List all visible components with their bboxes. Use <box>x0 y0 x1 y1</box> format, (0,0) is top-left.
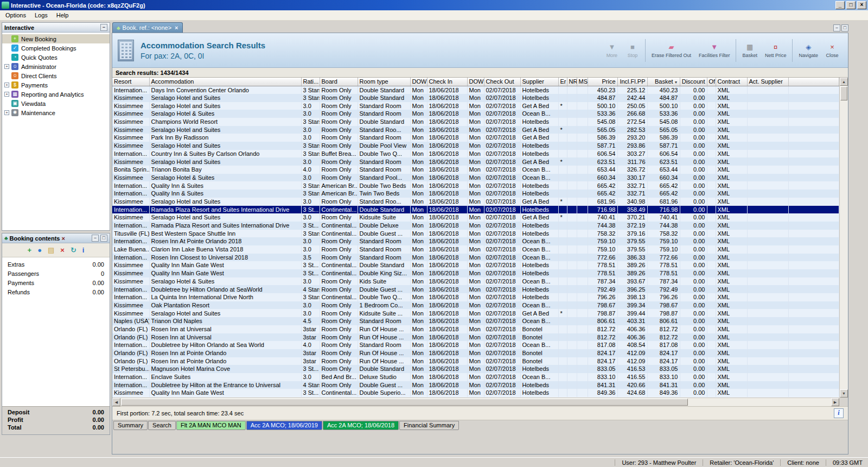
delete-icon[interactable]: × <box>60 246 65 255</box>
column-header-room-type[interactable]: Room type <box>358 78 410 86</box>
menu-item-help[interactable]: Help <box>52 11 73 20</box>
horizontal-scrollbar[interactable]: ◀ ▶ <box>112 397 839 406</box>
table-row[interactable]: KissimmeeSeralago Hotel and Suites3 Star… <box>112 142 839 150</box>
table-row[interactable]: KissimmeeSeralago Hotel & Suites3.0Room … <box>112 110 839 118</box>
booking-row-refunds[interactable]: Refunds0.00 <box>2 287 110 296</box>
table-row[interactable]: Internation...Days Inn Convention Center… <box>112 86 839 94</box>
table-row[interactable]: Orlando (FL)Rosen Inn at Pointe Orlando3… <box>112 349 839 357</box>
menu-item-options[interactable]: Options <box>1 11 30 20</box>
scroll-down-icon[interactable]: ▼ <box>840 389 848 397</box>
sidebar-item-viewdata[interactable]: ▣Viewdata <box>2 99 110 108</box>
table-row[interactable]: Orlando (FL)Rosen Inn at Universal3starR… <box>112 333 839 342</box>
refresh-icon[interactable]: ↻ <box>71 246 76 255</box>
table-row[interactable]: KissimmeeSeralago Hotel and Suites3 Star… <box>112 94 839 102</box>
sidebar-item-administrator[interactable]: +☺Administrator <box>2 62 110 71</box>
booking-row-payments[interactable]: Payments0.00 <box>2 278 110 287</box>
table-row[interactable]: KissimmeeSeralago Hotel & Suites3.0Room … <box>112 277 839 286</box>
sidebar-item-direct-clients[interactable]: ☺Direct Clients <box>2 71 110 80</box>
table-row[interactable]: Orlando (FL)Rosen Inn at Pointe Orlando3… <box>112 357 839 365</box>
column-header-contract[interactable]: Contract <box>716 78 747 86</box>
sidebar-item-new-booking[interactable]: +New Booking <box>2 34 110 43</box>
column-header-dow[interactable]: DOW <box>410 78 427 86</box>
sidebar-item-reporting-and-analytics[interactable]: +▦Reporting and Analytics <box>2 90 110 99</box>
table-row[interactable]: Internation...Enclave Suites3.0Bed And B… <box>112 373 839 381</box>
booking-contents-maximize-button[interactable]: □ <box>100 235 107 242</box>
column-header-er[interactable]: Er <box>558 78 567 86</box>
scroll-left-icon[interactable]: ◀ <box>112 398 120 406</box>
table-row[interactable]: St Petersbu...Magnuson Hotel Marina Cove… <box>112 365 839 373</box>
table-row[interactable]: KissimmeeOak Plantation Resort3.0Room On… <box>112 301 839 310</box>
table-row[interactable]: Internation...Quality Inn & Suites3 Star… <box>112 190 839 198</box>
bottom-tab-flt-2a-man-mco-man[interactable]: Flt 2A MAN MCO MAN <box>176 421 246 430</box>
table-row[interactable]: KissimmeePark Inn By Radisson3.0Room Onl… <box>112 134 839 142</box>
table-row[interactable]: KissimmeeSeralago Hotel & Suites3.0Room … <box>112 174 839 182</box>
table-row[interactable]: Bonita Sprin...Trianon Bonita Bay4.0Room… <box>112 166 839 174</box>
table-row[interactable]: KissimmeeQuality Inn Main Gate West3 St.… <box>112 261 839 269</box>
table-row[interactable]: KissimmeeSeralago Hotel and Suites3.0Roo… <box>112 198 839 206</box>
voucher-icon[interactable]: ▤ <box>48 246 54 255</box>
bottom-tab-acc-2a-mco-18-06-2018[interactable]: Acc 2A MCO; 18/06/2018 <box>323 421 399 430</box>
erase-filtered-out-button[interactable]: ▰Erase Filtered Out <box>648 41 695 60</box>
table-row[interactable]: Lake Buena...Clarion Inn Lake Buena Vist… <box>112 245 839 254</box>
sidebar-item-maintenance[interactable]: +✺Maintenance <box>2 108 110 117</box>
column-header-discount[interactable]: Discount <box>680 78 707 86</box>
horizontal-scroll-thumb[interactable] <box>121 399 688 406</box>
add-icon[interactable]: + <box>28 246 32 255</box>
column-header-board[interactable]: Board <box>320 78 358 86</box>
globe-icon[interactable]: ● <box>37 246 42 255</box>
table-row[interactable]: Titusville (FL)Best Western Space Shuttl… <box>112 230 839 238</box>
menu-item-logs[interactable]: Logs <box>30 11 52 20</box>
column-header-act-supplier[interactable]: Act. Supplier <box>747 78 788 86</box>
scroll-right-icon[interactable]: ▶ <box>831 398 839 406</box>
bottom-tab-summary[interactable]: Summary <box>113 421 148 430</box>
table-row[interactable]: KissimmeeSeralago Hotel and Suites3.0Roo… <box>112 102 839 110</box>
table-row[interactable]: Internation...Doubletree by Hilton Orlan… <box>112 285 839 293</box>
column-header-incl-fl-pp[interactable]: Incl.Fl.PP <box>617 78 647 86</box>
column-header-resort[interactable]: Resort <box>112 78 149 86</box>
expand-icon[interactable]: + <box>4 83 9 87</box>
scroll-up-icon[interactable]: ▲ <box>840 78 848 86</box>
window-close-button[interactable]: × <box>857 1 866 9</box>
table-row[interactable]: Orlando (FL)Rosen Inn at Universal3starR… <box>112 325 839 333</box>
vertical-scroll-thumb[interactable] <box>840 86 847 100</box>
column-header-price[interactable]: Price <box>588 78 617 86</box>
column-header-accommodation[interactable]: Accommodation <box>149 78 301 86</box>
basket-button[interactable]: ▦Basket <box>738 41 761 60</box>
bottom-tab-acc-2a-mco-18-06-2019[interactable]: Acc 2A MCO; 18/06/2019 <box>246 421 322 430</box>
booking-row-passengers[interactable]: Passengers0 <box>2 269 110 278</box>
column-header-basket[interactable]: Basket▼ <box>647 78 680 86</box>
expand-icon[interactable]: + <box>4 110 9 115</box>
expand-icon[interactable]: + <box>4 92 9 97</box>
table-row[interactable]: KissimmeeSeralago Hotel and Suites3.0Roo… <box>112 213 839 222</box>
table-row[interactable]: KissimmeeSeralago Hotel and Suites3.0Roo… <box>112 157 839 166</box>
table-row[interactable]: Naples (USA)Trianon Old Naples4.5Room On… <box>112 317 839 325</box>
column-header-nr[interactable]: NR <box>567 78 577 86</box>
column-header-ms[interactable]: MS <box>577 78 588 86</box>
sidebar-item-quick-quotes[interactable]: ◔Quick Quotes <box>2 53 110 62</box>
booking-row-extras[interactable]: Extras0.00 <box>2 260 110 269</box>
bottom-tab-financial-summary[interactable]: Financial Summary <box>399 421 459 430</box>
table-row[interactable]: Internation...Rosen Inn At Pointe Orland… <box>112 237 839 245</box>
table-row[interactable]: KissimmeeSeralago Hotel and Suites3.0Roo… <box>112 126 839 134</box>
table-row[interactable]: Internation...La Quinta Inn Internationa… <box>112 293 839 301</box>
bottom-tab-search[interactable]: Search <box>148 421 176 430</box>
table-row[interactable]: Internation...Country Inn & Suites By Ca… <box>112 150 839 158</box>
table-row[interactable]: KissimmeeQuality Inn Main Gate West3 St.… <box>112 269 839 277</box>
window-minimize-button[interactable]: _ <box>835 1 845 9</box>
sidebar-item-completed-bookings[interactable]: ✓Completed Bookings <box>2 43 110 53</box>
table-row[interactable]: Internation...Rosen Inn Closest to Unive… <box>112 254 839 262</box>
info-icon[interactable]: i <box>82 246 85 255</box>
tab-close-icon[interactable]: × <box>175 24 178 31</box>
table-row[interactable]: Internation...Ramada Plaza Resort and Su… <box>112 222 839 230</box>
vertical-scrollbar[interactable]: ▲ ▼ <box>839 78 848 397</box>
expand-icon[interactable]: + <box>4 64 9 69</box>
table-row[interactable]: Internation...Quality Inn & Suites3 Star… <box>112 181 839 190</box>
table-row[interactable]: KissimmeeSeralago Hotel and Suites3.0Roo… <box>112 309 839 317</box>
column-header-supplier[interactable]: Supplier <box>520 78 558 86</box>
sidebar-item-payments[interactable]: +$Payments <box>2 80 110 90</box>
column-header-of[interactable]: Of <box>707 78 716 86</box>
table-row[interactable]: Internation...Doubletree by Hilton Orlan… <box>112 341 839 349</box>
sidebar-collapse-button[interactable]: − <box>100 24 107 31</box>
table-row[interactable]: KissimmeeQuality Inn Main Gate West3 St.… <box>112 389 839 397</box>
window-maximize-button[interactable]: □ <box>846 1 856 9</box>
